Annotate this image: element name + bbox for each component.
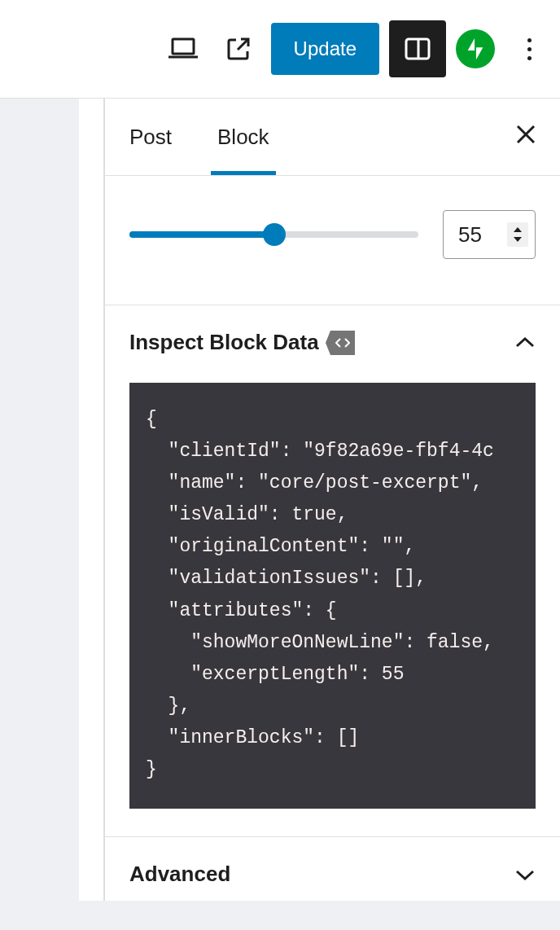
kebab-dot: [527, 47, 532, 51]
tab-block[interactable]: Block: [217, 100, 282, 174]
svg-marker-6: [476, 47, 483, 59]
kebab-dot: [527, 38, 532, 42]
inspector-tabs: Post Block: [105, 99, 560, 175]
view-post-button[interactable]: [216, 26, 261, 72]
svg-marker-9: [514, 227, 522, 232]
jetpack-icon: [463, 37, 488, 61]
slider-fill: [129, 231, 274, 238]
svg-marker-5: [468, 38, 475, 50]
svg-marker-10: [514, 237, 522, 242]
close-icon: [514, 123, 537, 146]
block-inspector: Post Block: [104, 99, 560, 930]
tab-post[interactable]: Post: [129, 100, 185, 174]
bottom-strip: [0, 901, 560, 930]
update-button[interactable]: Update: [271, 23, 379, 75]
excerpt-length-input[interactable]: [458, 222, 507, 248]
inspect-block-data-title: Inspect Block Data: [129, 330, 319, 355]
number-stepper: [507, 222, 528, 247]
chevron-up-icon: [514, 336, 536, 349]
close-inspector-button[interactable]: [514, 123, 537, 149]
excerpt-length-number-wrap: [443, 210, 536, 259]
excerpt-length-slider[interactable]: [129, 222, 418, 247]
inspect-block-data-toggle[interactable]: Inspect Block Data: [105, 305, 560, 375]
editor-top-toolbar: Update: [0, 0, 560, 99]
excerpt-length-control: [105, 176, 560, 305]
sidebar-panel-icon: [403, 34, 432, 64]
settings-sidebar-toggle[interactable]: [389, 20, 446, 77]
editor-canvas-sliver: [0, 99, 104, 930]
stepper-up-icon[interactable]: [512, 226, 523, 234]
chevron-down-icon: [514, 868, 536, 881]
external-link-icon: [225, 36, 252, 62]
options-menu-button[interactable]: [513, 26, 545, 72]
svg-rect-0: [173, 39, 194, 54]
stepper-down-icon[interactable]: [512, 235, 523, 243]
jetpack-button[interactable]: [456, 29, 495, 68]
laptop-icon: [168, 37, 198, 60]
code-icon: [330, 331, 355, 355]
inspect-block-data-panel: Inspect Block Data { "clientId": "9f82a6…: [105, 305, 560, 837]
editor-main: Post Block: [0, 99, 560, 930]
view-device-button[interactable]: [160, 26, 206, 72]
svg-line-2: [238, 39, 248, 50]
advanced-panel-title: Advanced: [129, 862, 514, 887]
slider-thumb[interactable]: [263, 223, 286, 246]
kebab-dot: [527, 56, 532, 60]
block-data-json: { "clientId": "9f82a69e-fbf4-4c "name": …: [129, 383, 536, 809]
